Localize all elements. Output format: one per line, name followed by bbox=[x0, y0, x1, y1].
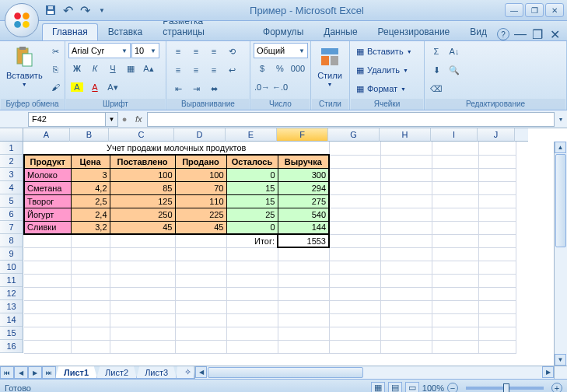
zoom-slider-thumb[interactable] bbox=[503, 383, 509, 393]
cell-A8[interactable] bbox=[24, 234, 71, 247]
cell-E15[interactable] bbox=[226, 327, 278, 340]
cell-C15[interactable] bbox=[110, 327, 175, 340]
new-sheet-button[interactable]: ✧ bbox=[176, 366, 194, 379]
col-header-A[interactable]: A bbox=[23, 128, 70, 142]
cell-F13[interactable] bbox=[278, 300, 329, 313]
cell-B14[interactable] bbox=[71, 313, 110, 327]
cell-A15[interactable] bbox=[24, 327, 71, 340]
row-header-15[interactable]: 15 bbox=[0, 327, 23, 340]
clear-button[interactable]: ⌫ bbox=[428, 80, 445, 97]
cell-J3[interactable] bbox=[478, 168, 516, 181]
cell-G10[interactable] bbox=[329, 261, 380, 274]
align-middle-button[interactable]: ≡ bbox=[187, 43, 205, 60]
cell-J1[interactable] bbox=[478, 142, 516, 155]
cell-H13[interactable] bbox=[380, 300, 432, 313]
cell-J4[interactable] bbox=[478, 181, 516, 194]
row-header-3[interactable]: 3 bbox=[0, 168, 23, 181]
cell-J8[interactable] bbox=[478, 234, 516, 247]
cell-D2[interactable]: Продано bbox=[175, 155, 226, 168]
cell-E9[interactable] bbox=[226, 247, 278, 261]
cell-D14[interactable] bbox=[175, 313, 226, 327]
decrease-indent-button[interactable]: ⇤ bbox=[170, 80, 187, 97]
cell-C11[interactable] bbox=[110, 274, 175, 287]
cell-B10[interactable] bbox=[71, 261, 110, 274]
page-layout-view-button[interactable]: ▤ bbox=[388, 382, 402, 393]
cell-B12[interactable] bbox=[71, 287, 110, 300]
cell-C9[interactable] bbox=[110, 247, 175, 261]
cell-J11[interactable] bbox=[478, 274, 516, 287]
cell-A6[interactable]: Йогурт bbox=[24, 208, 71, 221]
underline-button[interactable]: Ч bbox=[104, 60, 121, 77]
cell-D13[interactable] bbox=[175, 300, 226, 313]
cell-B15[interactable] bbox=[71, 327, 110, 340]
vscroll-thumb[interactable] bbox=[555, 154, 566, 247]
paste-button[interactable]: Вставить ▼ bbox=[3, 43, 46, 89]
cell-J7[interactable] bbox=[478, 221, 516, 234]
cell-F14[interactable] bbox=[278, 313, 329, 327]
cell-F5[interactable]: 275 bbox=[278, 194, 329, 208]
cell-A7[interactable]: Сливки bbox=[24, 221, 71, 234]
cell-J6[interactable] bbox=[478, 208, 516, 221]
increase-decimal-button[interactable]: .0→ bbox=[254, 79, 271, 96]
increase-indent-button[interactable]: ⇥ bbox=[187, 80, 205, 97]
cell-F9[interactable] bbox=[278, 247, 329, 261]
cell-C8[interactable] bbox=[110, 234, 175, 247]
row-header-7[interactable]: 7 bbox=[0, 221, 23, 234]
cell-E8[interactable]: Итог: bbox=[226, 234, 278, 247]
percent-format-button[interactable]: % bbox=[271, 60, 289, 77]
cell-J9[interactable] bbox=[478, 247, 516, 261]
cell-H5[interactable] bbox=[380, 194, 432, 208]
scroll-left-button[interactable]: ◀ bbox=[195, 366, 207, 378]
font-size-combo[interactable]: 10▼ bbox=[131, 43, 159, 58]
cell-J5[interactable] bbox=[478, 194, 516, 208]
cell-J2[interactable] bbox=[478, 155, 516, 168]
cell-B16[interactable] bbox=[71, 340, 110, 353]
name-box[interactable]: F42 bbox=[28, 112, 106, 127]
cell-G16[interactable] bbox=[329, 340, 380, 353]
align-center-button[interactable]: ≡ bbox=[187, 61, 205, 79]
decrease-decimal-button[interactable]: ←.0 bbox=[271, 79, 289, 96]
cell-G3[interactable] bbox=[329, 168, 380, 181]
cell-I5[interactable] bbox=[432, 194, 478, 208]
col-header-J[interactable]: J bbox=[478, 128, 515, 142]
accounting-format-button[interactable]: $ bbox=[254, 60, 271, 77]
cell-G1[interactable] bbox=[329, 142, 380, 155]
shrink-font-button[interactable]: A▾ bbox=[104, 79, 121, 96]
align-top-button[interactable]: ≡ bbox=[170, 43, 187, 60]
cell-I14[interactable] bbox=[432, 313, 478, 327]
cell-G13[interactable] bbox=[329, 300, 380, 313]
cell-C6[interactable]: 250 bbox=[110, 208, 175, 221]
align-left-button[interactable]: ≡ bbox=[170, 61, 187, 79]
minimize-ribbon-button[interactable]: — bbox=[514, 28, 527, 40]
delete-cells-button[interactable]: ▦Удалить▼ bbox=[353, 61, 411, 79]
cell-A12[interactable] bbox=[24, 287, 71, 300]
cell-B13[interactable] bbox=[71, 300, 110, 313]
cell-I7[interactable] bbox=[432, 221, 478, 234]
cell-I16[interactable] bbox=[432, 340, 478, 353]
cell-G5[interactable] bbox=[329, 194, 380, 208]
select-all-corner[interactable] bbox=[0, 128, 23, 142]
sheet-tab-2[interactable]: Лист2 bbox=[96, 366, 137, 379]
next-sheet-button[interactable]: ▶ bbox=[28, 366, 42, 379]
cell-H11[interactable] bbox=[380, 274, 432, 287]
fill-button[interactable]: ⬇ bbox=[428, 61, 445, 79]
cell-I10[interactable] bbox=[432, 261, 478, 274]
sort-filter-button[interactable]: A↓ bbox=[446, 43, 463, 60]
redo-icon[interactable]: ↷ bbox=[78, 3, 92, 17]
bold-button[interactable]: Ж bbox=[68, 60, 86, 77]
zoom-out-button[interactable]: − bbox=[447, 383, 458, 393]
cell-B9[interactable] bbox=[71, 247, 110, 261]
cell-H10[interactable] bbox=[380, 261, 432, 274]
hscroll-thumb[interactable] bbox=[208, 367, 363, 378]
cell-D15[interactable] bbox=[175, 327, 226, 340]
tab-review[interactable]: Рецензирование bbox=[368, 23, 460, 40]
restore-window-button[interactable]: ❐ bbox=[531, 28, 544, 40]
cell-C14[interactable] bbox=[110, 313, 175, 327]
col-header-I[interactable]: I bbox=[431, 128, 478, 142]
cell-F6[interactable]: 540 bbox=[278, 208, 329, 221]
zoom-in-button[interactable]: + bbox=[551, 383, 562, 393]
align-bottom-button[interactable]: ≡ bbox=[205, 43, 222, 60]
cell-J13[interactable] bbox=[478, 300, 516, 313]
cell-I9[interactable] bbox=[432, 247, 478, 261]
row-header-4[interactable]: 4 bbox=[0, 181, 23, 194]
